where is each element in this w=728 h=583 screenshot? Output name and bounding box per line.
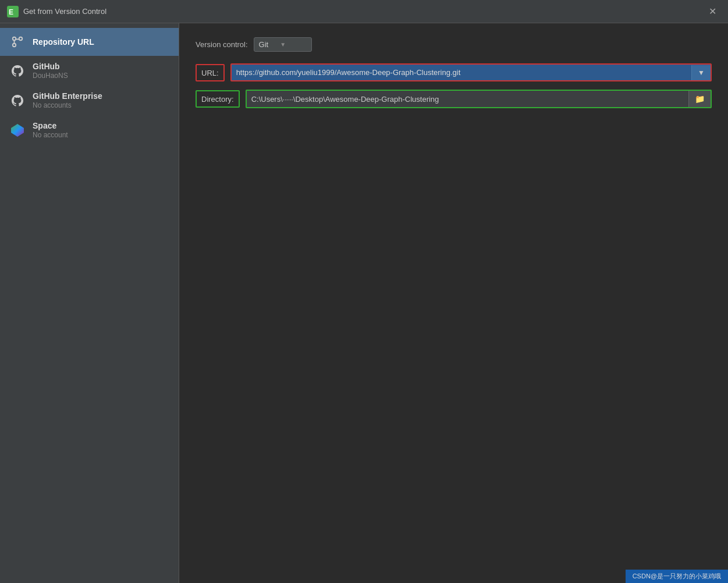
directory-row: Directory: 📁 (196, 90, 712, 108)
titlebar-left: E Get from Version Control (7, 6, 106, 17)
titlebar: E Get from Version Control ✕ (0, 0, 728, 23)
directory-input-wrapper: 📁 (246, 90, 712, 108)
url-label: URL: (201, 69, 219, 77)
titlebar-title: Get from Version Control (23, 7, 106, 16)
close-button[interactable]: ✕ (704, 3, 721, 19)
version-control-value: Git (259, 40, 269, 49)
sidebar-item-content-space: Space No account (33, 121, 68, 139)
version-control-select[interactable]: Git ▼ (254, 37, 312, 52)
url-row: URL: ▼ (196, 63, 712, 81)
sidebar-item-space-title: Space (33, 121, 68, 130)
main-layout: Repository URL GitHub DouHaoNS (0, 23, 728, 583)
github-enterprise-icon (9, 93, 26, 109)
sidebar-item-space[interactable]: Space No account (0, 115, 179, 145)
sidebar-item-enterprise-title: GitHub Enterprise (33, 91, 102, 101)
app-icon: E (7, 6, 19, 17)
url-dropdown-button[interactable]: ▼ (691, 65, 711, 80)
browse-button[interactable]: 📁 (688, 91, 711, 107)
url-label-box: URL: (196, 64, 225, 81)
sidebar: Repository URL GitHub DouHaoNS (0, 23, 179, 583)
sidebar-item-content-repo: Repository URL (33, 37, 94, 47)
sidebar-item-space-subtitle: No account (33, 131, 68, 139)
version-control-label: Version control: (196, 40, 248, 49)
watermark: CSDN@是一只努力的小菜鸡哦 (626, 570, 728, 583)
folder-icon: 📁 (695, 94, 705, 104)
space-icon (9, 122, 26, 138)
url-input[interactable] (232, 65, 691, 80)
url-input-wrapper: ▼ (230, 63, 712, 81)
sidebar-item-github-enterprise[interactable]: GitHub Enterprise No accounts (0, 86, 179, 115)
sidebar-item-enterprise-subtitle: No accounts (33, 101, 102, 109)
directory-label: Directory: (201, 95, 234, 104)
directory-input[interactable] (247, 91, 688, 107)
sidebar-item-github-title: GitHub (33, 62, 68, 71)
content-area: Version control: Git ▼ URL: ▼ Directory: (179, 23, 728, 583)
chevron-down-icon: ▼ (280, 41, 286, 48)
sidebar-item-repo-title: Repository URL (33, 37, 94, 47)
svg-text:E: E (9, 8, 13, 16)
sidebar-item-github[interactable]: GitHub DouHaoNS (0, 56, 179, 86)
repo-url-icon (9, 34, 26, 50)
svg-point-4 (19, 37, 23, 41)
sidebar-item-repository-url[interactable]: Repository URL (0, 28, 179, 56)
sidebar-item-github-subtitle: DouHaoNS (33, 72, 68, 80)
directory-label-box: Directory: (196, 90, 240, 108)
watermark-text: CSDN@是一只努力的小菜鸡哦 (633, 573, 721, 580)
github-icon (9, 63, 26, 79)
sidebar-item-content-enterprise: GitHub Enterprise No accounts (33, 91, 102, 109)
sidebar-item-content-github: GitHub DouHaoNS (33, 62, 68, 80)
svg-point-2 (13, 37, 16, 41)
svg-point-3 (13, 44, 16, 47)
version-control-row: Version control: Git ▼ (196, 37, 712, 52)
